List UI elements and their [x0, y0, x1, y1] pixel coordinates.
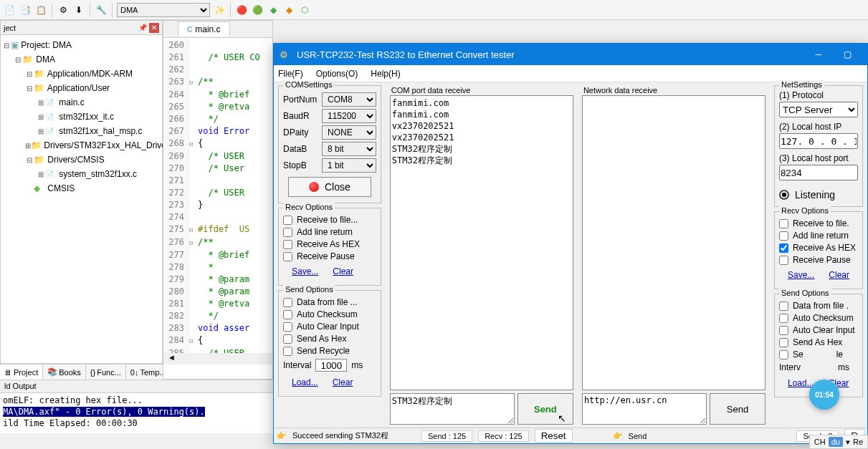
toolbar-icon[interactable]: ⬇	[72, 4, 85, 16]
tree-item[interactable]: ⊟📁 Drivers/CMSIS	[2, 153, 161, 167]
editor: C main.c 260261 /* USER CO262263⊟/**264 …	[163, 20, 273, 380]
net-recv-to-file-check[interactable]: Receive to file.	[779, 218, 858, 228]
save-link[interactable]: Save...	[292, 266, 318, 276]
menu-options[interactable]: Options(O)	[316, 69, 358, 79]
net-recv-box[interactable]	[582, 95, 766, 390]
tab-functions[interactable]: {}Func...	[86, 364, 126, 380]
wand-icon[interactable]: ✨	[213, 4, 226, 16]
separator	[52, 3, 52, 17]
toolbar-icon[interactable]: ◆	[267, 4, 280, 16]
portnum-select[interactable]: COM8	[322, 92, 376, 107]
parity-select[interactable]: NONE	[322, 125, 376, 140]
ime-badge[interactable]: du	[829, 437, 843, 447]
net-recv-label: Network data receive	[582, 85, 766, 95]
net-send-hex-check[interactable]: Send As Hex	[779, 337, 858, 347]
net-recv-pause-check[interactable]: Receive Pause	[779, 255, 858, 265]
tree-item[interactable]: ⊞📁 Drivers/STM32F1xx_HAL_Drive	[2, 138, 161, 153]
ime-bar[interactable]: CH du ▾ Re	[809, 435, 868, 449]
tree-item[interactable]: ⊞📄 system_stm32f1xx.c	[2, 167, 161, 181]
add-line-return-check[interactable]: Add line return	[283, 227, 376, 237]
toolbar-icon[interactable]: 📄	[3, 4, 16, 16]
send-recycle-check[interactable]: Send Recycle	[283, 346, 376, 356]
databits-select[interactable]: 8 bit	[322, 142, 376, 156]
net-recv-hex-check[interactable]: Receive As HEX	[779, 243, 858, 253]
local-port-input[interactable]	[779, 165, 858, 180]
editor-scrollbar[interactable]: ◄	[163, 353, 272, 364]
toolbar-icon[interactable]: ◆	[282, 4, 295, 16]
com-recv-label: COM port data receive	[390, 85, 573, 95]
baudrate-select[interactable]: 115200	[322, 109, 376, 123]
net-recv-options-group: Recv Options Receive to file. Add line r…	[774, 211, 863, 289]
net-auto-checksum-check[interactable]: Auto Checksum	[779, 313, 858, 323]
target-combo[interactable]: DMA	[117, 3, 210, 17]
tree-item[interactable]: ◆ CMSIS	[2, 181, 161, 195]
local-ip-input[interactable]	[779, 133, 858, 149]
menu-file[interactable]: File(F)	[278, 69, 303, 79]
send-as-hex-check[interactable]: Send As Hex	[283, 334, 376, 344]
recv-pause-check[interactable]: Receive Pause	[283, 251, 376, 261]
tab-project[interactable]: 🗏Project	[0, 364, 43, 380]
auto-checksum-check[interactable]: Auto Checksum	[283, 309, 376, 319]
toolbar-icon[interactable]: 🟢	[251, 4, 264, 16]
auto-clear-check[interactable]: Auto Clear Input	[283, 322, 376, 332]
hand-icon: 👉	[277, 431, 287, 440]
tree-item[interactable]: ⊞📄 stm32f1xx_it.c	[2, 110, 161, 124]
net-data-file-check[interactable]: Data from file .	[779, 301, 858, 311]
clear-link[interactable]: Clear	[333, 377, 353, 387]
net-auto-clear-check[interactable]: Auto Clear Input	[779, 325, 858, 335]
code-area[interactable]: 260261 /* USER CO262263⊟/**264 * @brief …	[163, 38, 272, 362]
net-save-link[interactable]: Save...	[788, 270, 814, 280]
clock-widget[interactable]: 01:54	[809, 380, 839, 410]
project-tabs: 🗏Project 📚Books {}Func... 0↓Temp...	[0, 364, 163, 380]
menu-help[interactable]: Help(H)	[371, 69, 400, 79]
load-link[interactable]: Load...	[292, 377, 318, 387]
tab-books[interactable]: 📚Books	[43, 364, 86, 380]
separator	[230, 3, 231, 17]
net-load-link[interactable]: Load...	[788, 378, 814, 388]
maximize-button[interactable]: ▢	[833, 44, 862, 65]
separator	[112, 3, 113, 17]
net-send-button[interactable]: Send	[710, 393, 766, 425]
reset-button[interactable]: Reset	[535, 429, 573, 443]
tree-item[interactable]: ⊟📁 Application/MDK-ARM	[2, 67, 161, 81]
net-add-line-check[interactable]: Add line return	[779, 231, 858, 241]
tree-item[interactable]: ⊞📄 main.c	[2, 95, 161, 110]
protocol-select[interactable]: TCP Server	[779, 102, 858, 117]
tree-item[interactable]: ⊟📁 DMA	[2, 52, 161, 67]
toolbar-icon[interactable]: ⚙	[57, 4, 70, 16]
tree-item[interactable]: ⊟📁 Application/User	[2, 81, 161, 95]
recv-count: Recv : 125	[478, 430, 529, 442]
interval-input[interactable]	[315, 359, 347, 372]
com-recv-box[interactable]: fanmimi.comfanmimi.comvx2370202521vx2370…	[390, 95, 573, 390]
com-data-column: COM port data receive fanmimi.comfanmimi…	[386, 82, 578, 428]
net-send-input[interactable]: http://en.usr.cn	[582, 393, 707, 425]
toolbar-icon[interactable]: 🔴	[235, 4, 248, 16]
com-send-button[interactable]: Send	[518, 393, 573, 425]
panel-title: ject	[4, 24, 16, 32]
toolbar-icon[interactable]: 🔧	[95, 4, 108, 16]
data-from-file-check[interactable]: Data from file ...	[283, 297, 376, 307]
editor-tab-main[interactable]: C main.c	[178, 21, 230, 37]
clear-link[interactable]: Clear	[333, 266, 353, 276]
toolbar-icon[interactable]: 📋	[34, 4, 47, 16]
listening-status: Listening	[779, 189, 858, 201]
net-clear-link[interactable]: Clear	[829, 270, 849, 280]
close-icon[interactable]: ✕	[149, 23, 159, 33]
dialog-titlebar[interactable]: ⚙ USR-TCP232-Test RS232 to Ethernet Conv…	[274, 44, 867, 65]
tree-item[interactable]: ⊞📄 stm32f1xx_hal_msp.c	[2, 124, 161, 138]
recv-options-group: Recv Options Receive to file... Add line…	[278, 208, 381, 286]
tree-root[interactable]: ⊟▣ Project: DMA	[2, 38, 161, 52]
com-settings-column: COMSettings PortNumCOM8 BaudR115200 DPai…	[274, 82, 386, 428]
com-close-button[interactable]: Close	[288, 177, 371, 197]
network-data-column: Network data receive http://en.usr.cn Se…	[578, 82, 770, 428]
net-send-recycle-check[interactable]: Sele	[779, 349, 858, 359]
com-send-input[interactable]: STM32程序定制	[390, 393, 515, 425]
toolbar-icon[interactable]: 📑	[19, 4, 32, 16]
pin-icon[interactable]: 📌	[138, 23, 148, 33]
dialog-menu: File(F) Options(O) Help(H)	[274, 65, 867, 82]
recv-as-hex-check[interactable]: Receive As HEX	[283, 239, 376, 249]
toolbar-icon[interactable]: ⬡	[298, 4, 311, 16]
recv-to-file-check[interactable]: Receive to file...	[283, 215, 376, 225]
stopbits-select[interactable]: 1 bit	[322, 158, 376, 173]
minimize-button[interactable]: ─	[804, 44, 833, 65]
